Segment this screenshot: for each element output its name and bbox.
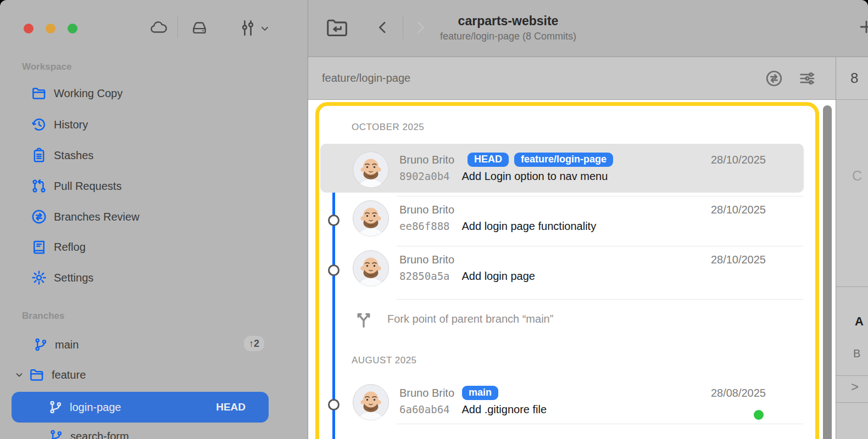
chevron-down-icon[interactable]	[259, 23, 270, 34]
branch-icon	[33, 337, 48, 352]
fork-icon	[353, 309, 374, 330]
month-header: AUGUST 2025	[352, 355, 417, 366]
branch-bar-label: feature/login-page	[322, 72, 410, 85]
sidebar-item-label: Branches Review	[54, 211, 140, 223]
avatar	[353, 200, 389, 237]
detail-panel-count: 8	[850, 70, 858, 87]
commit-row[interactable]: Bruno Brito 28/10/2025	[399, 202, 766, 217]
avatar	[353, 384, 389, 420]
branches-review-icon	[31, 209, 47, 225]
build-status-dot[interactable]	[754, 410, 764, 420]
scrollbar-thumb[interactable]	[823, 105, 832, 439]
divider	[397, 424, 803, 424]
sidebar-item-working-copy[interactable]: Working Copy	[31, 82, 123, 105]
sidebar-section-branches: Branches	[22, 311, 64, 322]
sidebar-item-label: Stashes	[54, 149, 93, 162]
chevron-down-icon[interactable]	[14, 370, 24, 380]
head-badge: HEAD	[216, 401, 246, 413]
fork-point-note: Fork point of parent branch “main”	[387, 313, 553, 325]
detail-panel-fragment: C	[852, 168, 862, 184]
app-window: Workspace Working Copy History Stashes P…	[0, 0, 868, 439]
branch-badge[interactable]: main	[462, 386, 498, 400]
book-icon	[31, 239, 47, 255]
sidebar-item-branch-folder-feature[interactable]: feature	[29, 363, 86, 386]
commit-hash: 82850a5a	[399, 270, 450, 282]
folder-icon	[31, 85, 47, 102]
sidebar-section-workspace: Workspace	[22, 61, 71, 72]
branch-label: main	[55, 339, 79, 351]
sidebar-item-pull-requests[interactable]: Pull Requests	[31, 175, 121, 198]
commit-hash: 6a60ab64	[399, 403, 450, 415]
adjust-icon[interactable]	[237, 18, 258, 38]
minimize-button[interactable]	[46, 24, 55, 33]
commit-author: Bruno Brito	[399, 254, 454, 266]
branch-folder-label: feature	[52, 369, 86, 381]
commit-node	[328, 264, 340, 276]
month-header: OCTOBER 2025	[352, 122, 424, 133]
head-badge[interactable]: HEAD	[468, 153, 509, 167]
detail-panel-fragment: A	[855, 314, 864, 329]
clipboard-icon	[31, 147, 47, 164]
sidebar-item-branches-review[interactable]: Branches Review	[31, 205, 140, 228]
commit-date: 28/08/2025	[711, 387, 766, 399]
sidebar-item-branch-search-form[interactable]: search-form	[48, 425, 129, 439]
branch-label: search-form	[70, 430, 129, 439]
commit-row[interactable]: Bruno Brito main 28/08/2025	[399, 386, 766, 400]
sidebar-item-label: Settings	[54, 272, 93, 284]
commit-author: Bruno Brito	[399, 387, 454, 399]
sidebar-item-settings[interactable]: Settings	[31, 266, 93, 289]
commit-message: Add .gitignore file	[462, 403, 547, 416]
sidebar-item-reflog[interactable]: Reflog	[31, 235, 86, 258]
divider	[836, 286, 868, 287]
sidebar-item-label: Pull Requests	[54, 180, 121, 193]
commit-date: 28/10/2025	[711, 254, 766, 266]
commit-details: ee86f888 Add login page functionality	[399, 220, 596, 234]
pull-request-icon	[31, 178, 47, 194]
page-subtitle: feature/login-page (8 Commits)	[363, 31, 654, 42]
divider	[177, 16, 178, 38]
divider	[397, 246, 803, 246]
commit-message: Add Login option to nav menu	[462, 170, 608, 183]
commit-row[interactable]: Bruno Brito 28/10/2025	[399, 252, 766, 267]
commit-details: 82850a5a Add login page	[399, 270, 535, 284]
commit-hash: 8902a0b4	[399, 170, 450, 182]
ahead-count-badge: ↑2	[244, 336, 264, 351]
divider	[836, 375, 868, 376]
branch-icon	[48, 399, 63, 415]
divider	[836, 99, 868, 100]
commit-hash: ee86f888	[399, 220, 450, 232]
commit-message: Add login page functionality	[462, 220, 597, 233]
avatar	[353, 250, 389, 286]
branch-icon	[48, 429, 64, 439]
sidebar-item-history[interactable]: History	[31, 113, 88, 136]
sidebar-item-branch-main[interactable]: main	[33, 333, 79, 356]
commit-date: 28/10/2025	[711, 154, 766, 166]
sidebar-item-label: Working Copy	[54, 87, 123, 100]
gear-icon	[31, 269, 47, 286]
commit-row[interactable]: Bruno Brito HEAD feature/login-page 28/1…	[399, 153, 766, 167]
filter-sliders-icon[interactable]	[798, 69, 816, 88]
sidebar-item-label: Reflog	[54, 241, 86, 254]
compare-icon[interactable]	[765, 69, 783, 88]
commit-details: 8902a0b4 Add Login option to nav menu	[399, 170, 608, 184]
commit-message: Add login page	[462, 270, 535, 283]
drive-icon[interactable]	[189, 18, 210, 37]
commit-row-selection[interactable]	[320, 144, 804, 193]
branch-badge[interactable]: feature/login-page	[514, 153, 613, 167]
sidebar-item-stashes[interactable]: Stashes	[31, 144, 93, 167]
cloud-icon[interactable]	[148, 18, 169, 37]
detail-panel-fragment: B	[853, 347, 860, 360]
add-icon[interactable]	[857, 18, 868, 36]
zoom-button[interactable]	[68, 24, 77, 33]
sidebar-item-label: History	[54, 119, 88, 131]
history-icon	[31, 116, 47, 133]
commit-node	[328, 215, 340, 226]
disclosure-chevron[interactable]: >	[851, 379, 859, 395]
commit-author: Bruno Brito	[399, 204, 454, 216]
open-repo-icon[interactable]	[325, 16, 349, 38]
sidebar-item-branch-login-page[interactable]: login-page HEAD	[12, 392, 269, 423]
close-button[interactable]	[24, 24, 34, 33]
folder-icon	[29, 367, 45, 383]
avatar	[353, 151, 389, 188]
commit-node	[328, 399, 340, 410]
